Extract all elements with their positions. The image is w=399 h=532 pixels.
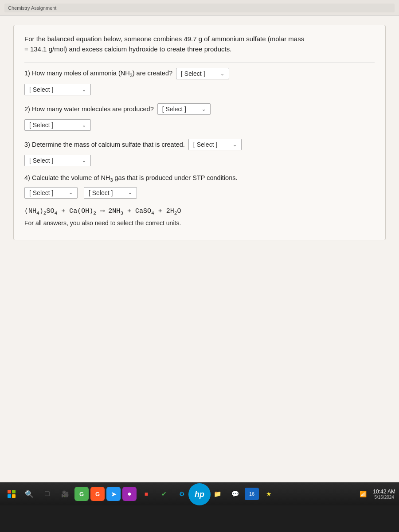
intro-text: For the balanced equation below, someone… bbox=[24, 34, 375, 54]
q3-dropdown2[interactable]: [ Select ] ⌄ bbox=[24, 155, 91, 166]
app-icon-12[interactable]: ★ bbox=[261, 486, 277, 502]
task-view-button[interactable]: ☐ bbox=[39, 486, 55, 502]
q1-text: 1) How many moles of ammonia (NH3) are c… bbox=[24, 70, 172, 78]
chevron-down-icon: ⌄ bbox=[202, 106, 206, 112]
question-1-section: 1) How many moles of ammonia (NH3) are c… bbox=[24, 68, 375, 95]
start-button[interactable] bbox=[4, 486, 20, 502]
app-icon-6[interactable]: ✔ bbox=[156, 486, 172, 502]
chevron-down-icon: ⌄ bbox=[82, 87, 86, 93]
app-icon-3[interactable]: ➤ bbox=[106, 487, 121, 501]
q3-text: 3) Determine the mass of calcium sulfate… bbox=[24, 141, 185, 148]
chevron-down-icon: ⌄ bbox=[233, 142, 237, 148]
app-icon-11[interactable]: 16 bbox=[245, 488, 259, 500]
equation-text: (NH4)2SO4 + Ca(OH)2 ⟶ 2NH3 + CaSO4 + 2H2… bbox=[24, 207, 375, 216]
q1-dropdown1[interactable]: [ Select ] ⌄ bbox=[176, 68, 229, 79]
q4-dropdown1[interactable]: [ Select ] ⌄ bbox=[24, 187, 78, 199]
note-text: For all answers, you also need to select… bbox=[24, 219, 375, 227]
wifi-icon[interactable]: 📶 bbox=[355, 486, 371, 502]
taskbar-center-area: hp bbox=[188, 482, 211, 505]
app-icon-1[interactable]: G bbox=[74, 487, 89, 501]
q4-dropdown2[interactable]: [ Select ] ⌄ bbox=[84, 187, 137, 199]
q2-dropdown2[interactable]: [ Select ] ⌄ bbox=[24, 119, 91, 131]
chevron-down-icon: ⌄ bbox=[82, 122, 86, 128]
q1-dropdown2[interactable]: [ Select ] ⌄ bbox=[24, 84, 91, 95]
app-icon-2[interactable]: G bbox=[90, 487, 105, 501]
bottom-bezel bbox=[0, 505, 399, 532]
q2-dropdown1[interactable]: [ Select ] ⌄ bbox=[157, 103, 211, 115]
equation-block: (NH4)2SO4 + Ca(OH)2 ⟶ 2NH3 + CaSO4 + 2H2… bbox=[24, 207, 375, 227]
taskbar-right-area: 📶 10:42 AM 5/16/2024 bbox=[355, 486, 395, 502]
taskbar-time: 10:42 AM 5/16/2024 bbox=[373, 489, 395, 500]
q3-dropdown1[interactable]: [ Select ] ⌄ bbox=[188, 139, 242, 150]
question-block: For the balanced equation below, someone… bbox=[13, 25, 386, 240]
chevron-down-icon: ⌄ bbox=[69, 190, 73, 196]
app-icon-4[interactable]: ● bbox=[122, 487, 137, 501]
chevron-down-icon: ⌄ bbox=[82, 158, 86, 164]
app-icon-9[interactable]: 📁 bbox=[209, 486, 225, 502]
taskbar: 🔍 ☐ 🎥 G G ➤ ● ■ ✔ ⚙ ▶ 📁 💬 16 ★ hp 📶 10:4… bbox=[0, 482, 399, 505]
q2-text: 2) How many water molecules are produced… bbox=[24, 106, 154, 113]
browser-top-bar: Chemistry Assignment bbox=[0, 0, 399, 16]
camera-button[interactable]: 🎥 bbox=[57, 486, 73, 502]
app-icon-5[interactable]: ■ bbox=[138, 486, 154, 502]
app-icon-10[interactable]: 💬 bbox=[227, 486, 243, 502]
search-button[interactable]: 🔍 bbox=[21, 486, 37, 502]
question-4-section: 4) Calculate the volume of NH3 gas that … bbox=[24, 174, 375, 199]
question-3-section: 3) Determine the mass of calcium sulfate… bbox=[24, 139, 375, 166]
question-2-section: 2) How many water molecules are produced… bbox=[24, 103, 375, 131]
hp-logo: hp bbox=[188, 483, 211, 505]
q4-text: 4) Calculate the volume of NH3 gas that … bbox=[24, 174, 238, 183]
app-icon-7[interactable]: ⚙ bbox=[174, 486, 190, 502]
chevron-down-icon: ⌄ bbox=[220, 71, 224, 77]
chevron-down-icon: ⌄ bbox=[128, 190, 132, 196]
